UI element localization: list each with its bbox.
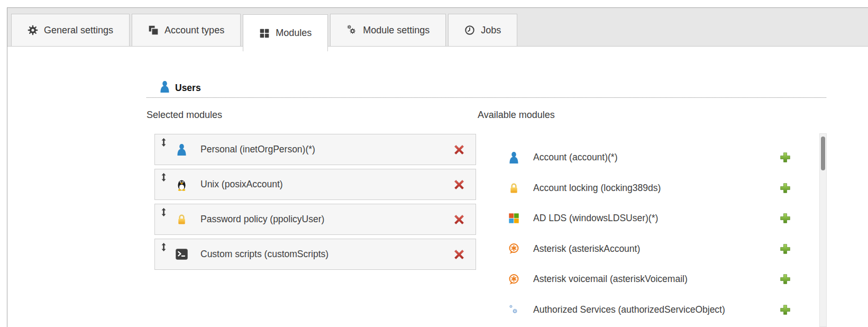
user-icon [508, 151, 519, 165]
lock-icon [176, 213, 188, 226]
gear-icon [28, 25, 38, 35]
tab-module-settings[interactable]: Module settings [330, 14, 446, 46]
move-handle-icon[interactable] [161, 173, 167, 181]
scrollbar[interactable] [819, 133, 827, 327]
module-label: Personal (inetOrgPerson)(*) [200, 144, 454, 155]
available-module-row: Asterisk voicemail (asteriskVoicemail) [507, 264, 791, 295]
tux-icon [175, 178, 188, 192]
user-icon [159, 80, 170, 96]
tab-general-settings[interactable]: General settings [11, 14, 130, 46]
tab-modules[interactable]: Modules [243, 14, 328, 51]
section-title: Users [175, 83, 201, 94]
selected-module-card[interactable]: Password policy (ppolicyUser) [154, 204, 476, 235]
remove-module-button[interactable] [454, 249, 464, 260]
remove-module-button[interactable] [454, 144, 464, 155]
module-label: Authorized Services (authorizedServiceOb… [533, 304, 779, 315]
available-module-row: Account (account)(*) [507, 142, 791, 173]
plus-icon [780, 244, 790, 253]
move-handle-icon[interactable] [161, 138, 167, 147]
selected-module-card[interactable]: Custom scripts (customScripts) [154, 239, 476, 270]
add-module-button[interactable] [779, 243, 791, 255]
selected-module-card[interactable]: Personal (inetOrgPerson)(*) [154, 134, 476, 165]
delete-x-icon [455, 180, 464, 189]
clock-icon [464, 25, 475, 35]
remove-module-button[interactable] [454, 214, 464, 225]
add-module-button[interactable] [779, 274, 791, 285]
module-label: Asterisk voicemail (asteriskVoicemail) [533, 274, 779, 285]
available-modules-heading: Available modules [478, 110, 555, 121]
user-icon [176, 143, 187, 157]
module-label: Account (account)(*) [533, 152, 779, 163]
tab-jobs[interactable]: Jobs [448, 14, 517, 46]
module-label: Custom scripts (customScripts) [200, 249, 454, 260]
module-label: AD LDS (windowsLDSUser)(*) [533, 213, 779, 224]
user-icon [159, 80, 170, 94]
tab-account-types[interactable]: Account types [132, 14, 241, 46]
module-label: Password policy (ppolicyUser) [200, 214, 454, 225]
add-module-button[interactable] [779, 304, 791, 315]
selected-modules-list: Personal (inetOrgPerson)(*) Unix (posixA… [154, 134, 476, 270]
add-module-button[interactable] [779, 213, 791, 224]
account-types-icon [148, 25, 159, 35]
module-label: Unix (posixAccount) [200, 179, 454, 190]
tab-label: Jobs [481, 25, 501, 36]
move-handle-icon[interactable] [161, 243, 167, 251]
available-module-row: Authorized Services (authorizedServiceOb… [507, 295, 791, 325]
available-module-row: Asterisk (asteriskAccount) [507, 234, 791, 265]
asterisk-icon [507, 273, 520, 286]
module-label: Asterisk (asteriskAccount) [533, 243, 779, 255]
tab-label: General settings [44, 25, 113, 36]
users-section-header: Users [147, 80, 826, 98]
plus-icon [780, 305, 790, 314]
plus-icon [780, 153, 790, 162]
tab-label: Account types [165, 25, 224, 36]
available-module-row: Account locking (locking389ds) [507, 173, 791, 204]
windows-icon [508, 212, 520, 224]
tab-bar: General settings Account types Modules M… [7, 8, 868, 47]
remove-module-button[interactable] [454, 179, 464, 190]
asterisk-icon [507, 242, 520, 255]
plus-icon [780, 275, 790, 284]
delete-x-icon [455, 250, 464, 259]
plus-icon [780, 183, 790, 193]
add-module-button[interactable] [779, 182, 791, 194]
lock-icon [508, 181, 520, 195]
terminal-icon [175, 248, 188, 260]
move-handle-icon[interactable] [161, 208, 167, 216]
modules-icon [259, 28, 270, 39]
delete-x-icon [455, 145, 464, 154]
tab-label: Modules [276, 28, 312, 39]
available-modules-list: Account (account)(*) Account locking (lo… [507, 142, 791, 325]
available-module-row: AD LDS (windowsLDSUser)(*) [507, 203, 791, 234]
module-label: Account locking (locking389ds) [533, 183, 779, 194]
delete-x-icon [455, 215, 464, 224]
plus-icon [780, 214, 790, 223]
selected-module-card[interactable]: Unix (posixAccount) [154, 169, 476, 200]
selected-modules-heading: Selected modules [147, 110, 222, 121]
module-settings-icon [346, 25, 357, 35]
services-icon [509, 305, 519, 315]
scrollbar-thumb[interactable] [821, 137, 825, 170]
add-module-button[interactable] [779, 152, 791, 164]
tab-label: Module settings [363, 25, 430, 36]
